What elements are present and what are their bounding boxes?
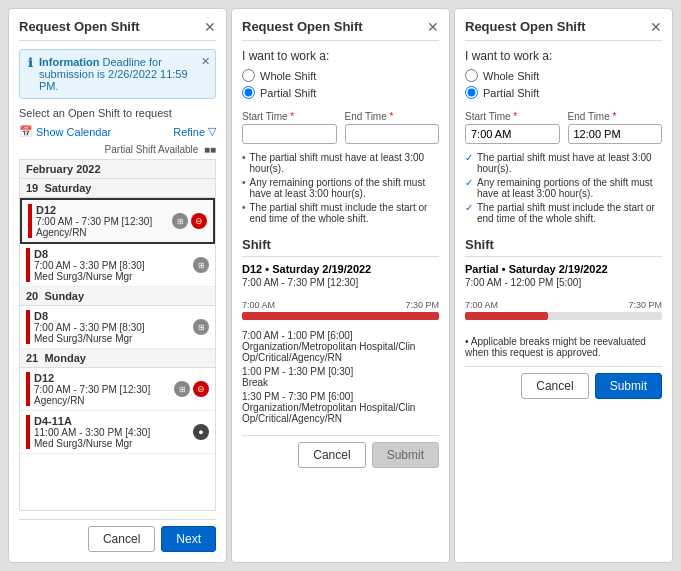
calendar-icon: 📅 (19, 125, 33, 138)
panel-3-submit-button[interactable]: Submit (595, 373, 662, 399)
whole-shift-option[interactable]: Whole Shift (242, 69, 439, 82)
schedule-list: 7:00 AM - 1:00 PM [6:00] Organization/Me… (242, 330, 439, 427)
panel-3-shift-type-radio-group: Whole Shift Partial Shift (465, 69, 662, 103)
refine-link[interactable]: Refine ▽ (173, 125, 216, 138)
shift-section-title: Shift (242, 237, 439, 257)
start-time-field: Start Time * (242, 111, 337, 144)
shift-detail-info: 7:00 AM - 7:30 PM [12:30] (242, 277, 439, 288)
panel-1-cancel-button[interactable]: Cancel (88, 526, 155, 552)
show-calendar-link[interactable]: 📅 Show Calendar (19, 125, 111, 138)
partial-shift-badge: Partial Shift Available ■■ (19, 144, 216, 155)
panel-1-header: Request Open Shift ✕ (19, 19, 216, 41)
shift-icons: ⊞ (193, 319, 209, 335)
shift-info: D8 7:00 AM - 3:30 PM [8:30] Med Surg3/Nu… (34, 248, 189, 282)
shift-bar (26, 415, 30, 449)
circle-red-icon: ⊖ (191, 213, 207, 229)
panel-3-shift-section-title: Shift (465, 237, 662, 257)
partial-shift-radio[interactable] (242, 86, 255, 99)
start-time-input[interactable] (242, 124, 337, 144)
panel-3-start-time-label: Start Time * (465, 111, 560, 122)
shift-info: D4-11A 11:00 AM - 3:30 PM [4:30] Med Sur… (34, 415, 189, 449)
shift-icons: ⊞ ⊖ (172, 213, 207, 229)
panel-3-timeline-bar (465, 312, 662, 320)
shift-icons: ⊞ ⊖ (174, 381, 209, 397)
partial-shift-badge-text: Partial Shift Available ■■ (105, 144, 216, 155)
schedule-item: 1:30 PM - 7:30 PM [6:00] Organization/Me… (242, 391, 439, 424)
rule-item: The partial shift must have at least 3:0… (242, 152, 439, 174)
rule-item: The partial shift must include the start… (242, 202, 439, 224)
start-time-label: Start Time * (242, 111, 337, 122)
circle-dark-icon: ● (193, 424, 209, 440)
panel-3-header: Request Open Shift ✕ (465, 19, 662, 41)
panel-2-cancel-button[interactable]: Cancel (298, 442, 365, 468)
schedule-item: 1:00 PM - 1:30 PM [0:30] Break (242, 366, 439, 388)
shift-item[interactable]: D8 7:00 AM - 3:30 PM [8:30] Med Surg3/Nu… (20, 244, 215, 287)
panel-2-title: Request Open Shift (242, 19, 363, 34)
end-time-label: End Time * (345, 111, 440, 122)
double-icon: ⊞ (172, 213, 188, 229)
panel-3: Request Open Shift ✕ I want to work a: W… (454, 8, 673, 563)
panel-3-partial-shift-option[interactable]: Partial Shift (465, 86, 662, 99)
filter-icon: ▽ (208, 125, 216, 138)
timeline-fill (242, 312, 439, 320)
panel-1-next-button[interactable]: Next (161, 526, 216, 552)
panels-container: Request Open Shift ✕ ℹ Information Deadl… (0, 0, 681, 571)
shift-item[interactable]: D4-11A 11:00 AM - 3:30 PM [4:30] Med Sur… (20, 411, 215, 454)
panel-2-header: Request Open Shift ✕ (242, 19, 439, 41)
shift-item[interactable]: D12 7:00 AM - 7:30 PM [12:30] Agency/RN … (20, 368, 215, 411)
end-time-input[interactable] (345, 124, 440, 144)
partial-shift-option[interactable]: Partial Shift (242, 86, 439, 99)
shift-icons: ● (193, 424, 209, 440)
shift-bar (26, 310, 30, 344)
shift-bar (28, 204, 32, 238)
panel-3-start-time-field: Start Time * (465, 111, 560, 144)
day-header-20: 20 Sunday (20, 287, 215, 306)
panel-3-end-time-required: * (613, 111, 617, 122)
panel-2-footer: Cancel Submit (242, 435, 439, 468)
shift-info: D12 7:00 AM - 7:30 PM [12:30] Agency/RN (34, 372, 170, 406)
end-time-field: End Time * (345, 111, 440, 144)
start-time-required: * (290, 111, 294, 122)
info-banner: ℹ Information Deadline for submission is… (19, 49, 216, 99)
rules-list: The partial shift must have at least 3:0… (242, 152, 439, 227)
double-icon: ⊞ (174, 381, 190, 397)
info-banner-text: Information Deadline for submission is 2… (39, 56, 207, 92)
whole-shift-radio[interactable] (242, 69, 255, 82)
panel-3-end-time-field: End Time * (568, 111, 663, 144)
panel-3-cancel-button[interactable]: Cancel (521, 373, 588, 399)
panel-3-rules-list: The partial shift must have at least 3:0… (465, 152, 662, 227)
panel-3-whole-shift-radio[interactable] (465, 69, 478, 82)
panel-2-submit-button[interactable]: Submit (372, 442, 439, 468)
timeline-labels: 7:00 AM 7:30 PM (242, 300, 439, 310)
double-icon: ⊞ (193, 257, 209, 273)
day-header-19: 19 Saturday (20, 179, 215, 198)
panel-3-shift-detail-code: Partial • Saturday 2/19/2022 (465, 263, 662, 275)
double-icon: ⊞ (193, 319, 209, 335)
shift-bar (26, 372, 30, 406)
panel-3-time-fields-row: Start Time * End Time * (465, 111, 662, 144)
panel-3-timeline-fill (465, 312, 548, 320)
panel-1-close-button[interactable]: ✕ (204, 20, 216, 34)
panel-3-whole-shift-option[interactable]: Whole Shift (465, 69, 662, 82)
info-banner-close[interactable]: ✕ (201, 55, 210, 68)
panel-1: Request Open Shift ✕ ℹ Information Deadl… (8, 8, 227, 563)
shift-item[interactable]: D8 7:00 AM - 3:30 PM [8:30] Med Surg3/Nu… (20, 306, 215, 349)
shift-item[interactable]: D12 7:00 AM - 7:30 PM [12:30] Agency/RN … (20, 198, 215, 244)
want-work-label: I want to work a: (242, 49, 439, 63)
panel-3-partial-shift-radio[interactable] (465, 86, 478, 99)
end-time-required: * (390, 111, 394, 122)
shift-list[interactable]: February 2022 19 Saturday D12 7:00 AM - … (19, 159, 216, 511)
shift-type-radio-group: Whole Shift Partial Shift (242, 69, 439, 103)
timeline: 7:00 AM 7:30 PM (242, 300, 439, 324)
panel-3-start-time-input[interactable] (465, 124, 560, 144)
panel-3-end-time-input[interactable] (568, 124, 663, 144)
panel-3-want-work-label: I want to work a: (465, 49, 662, 63)
select-open-shift-label: Select an Open Shift to request (19, 107, 216, 119)
day-header-21: 21 Monday (20, 349, 215, 368)
circle-red-icon: ⊖ (193, 381, 209, 397)
panel-2-close-button[interactable]: ✕ (427, 20, 439, 34)
rule-item: Any remaining portions of the shift must… (242, 177, 439, 199)
panel-1-footer: Cancel Next (19, 519, 216, 552)
panel-3-close-button[interactable]: ✕ (650, 20, 662, 34)
panel-3-footer: Cancel Submit (465, 366, 662, 399)
